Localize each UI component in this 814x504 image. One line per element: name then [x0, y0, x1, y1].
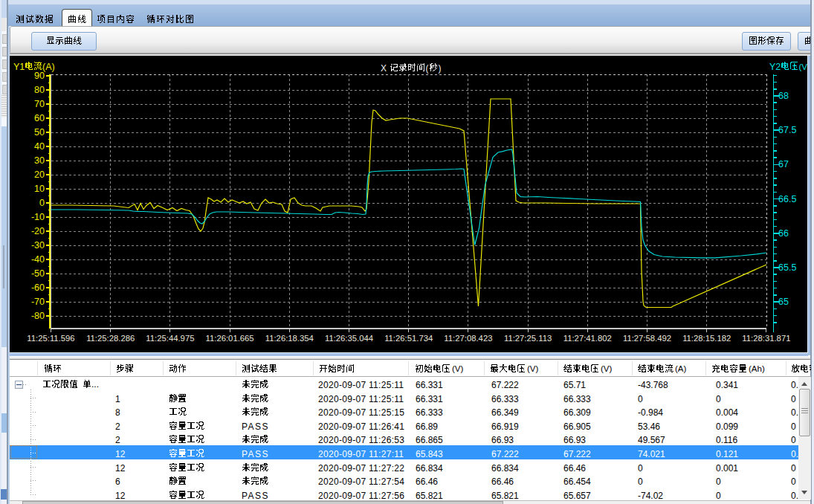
svg-text:Y1: Y1	[13, 62, 25, 72]
svg-text:65.5: 65.5	[778, 262, 796, 273]
svg-text:60: 60	[34, 113, 45, 123]
svg-text:50: 50	[34, 127, 45, 138]
svg-text:30: 30	[34, 155, 45, 166]
svg-text:-10: -10	[31, 212, 45, 222]
svg-text:66.5: 66.5	[778, 194, 796, 204]
svg-text:-80: -80	[31, 311, 45, 321]
svg-text:67: 67	[778, 159, 789, 169]
svg-text:80: 80	[34, 85, 45, 95]
svg-text:11:28:31.871: 11:28:31.871	[742, 334, 790, 343]
svg-text:11:26:51.734: 11:26:51.734	[384, 334, 433, 343]
svg-text:): )	[439, 63, 442, 74]
svg-text:40: 40	[34, 141, 45, 152]
svg-text:11:26:35.044: 11:26:35.044	[325, 334, 373, 343]
svg-text:67.5: 67.5	[778, 125, 796, 135]
svg-text:0: 0	[39, 198, 45, 208]
svg-text:11:25:44.975: 11:25:44.975	[146, 334, 194, 343]
svg-text:11:27:08.423: 11:27:08.423	[444, 334, 492, 343]
svg-text:11:26:18.354: 11:26:18.354	[265, 334, 314, 343]
svg-text:11:26:01.665: 11:26:01.665	[206, 334, 254, 343]
svg-text:-40: -40	[31, 254, 45, 265]
svg-text:11:25:28.286: 11:25:28.286	[86, 334, 135, 343]
svg-text:10: 10	[34, 184, 45, 194]
svg-text:(V): (V)	[799, 62, 808, 71]
svg-text:-20: -20	[31, 226, 45, 236]
svg-text:-50: -50	[31, 268, 45, 279]
svg-text:65: 65	[778, 297, 789, 307]
svg-text:-70: -70	[31, 297, 45, 307]
svg-text:-30: -30	[31, 240, 45, 251]
svg-text:11:25:11.596: 11:25:11.596	[27, 334, 74, 343]
svg-text:11:28:15.182: 11:28:15.182	[682, 334, 731, 343]
svg-text:(A): (A)	[42, 62, 55, 72]
svg-text:70: 70	[34, 99, 45, 109]
svg-text:X: X	[381, 63, 387, 74]
svg-text:20: 20	[34, 169, 45, 180]
svg-text:11:27:25.113: 11:27:25.113	[504, 334, 552, 343]
svg-text:(: (	[426, 63, 429, 74]
svg-text:66: 66	[778, 228, 789, 239]
svg-text:-60: -60	[31, 282, 45, 293]
svg-text:90: 90	[34, 71, 45, 81]
svg-text:68: 68	[778, 91, 789, 101]
svg-text:11:27:58.492: 11:27:58.492	[623, 334, 671, 343]
svg-text:Y2: Y2	[769, 62, 781, 72]
svg-text:11:27:41.802: 11:27:41.802	[563, 334, 612, 343]
